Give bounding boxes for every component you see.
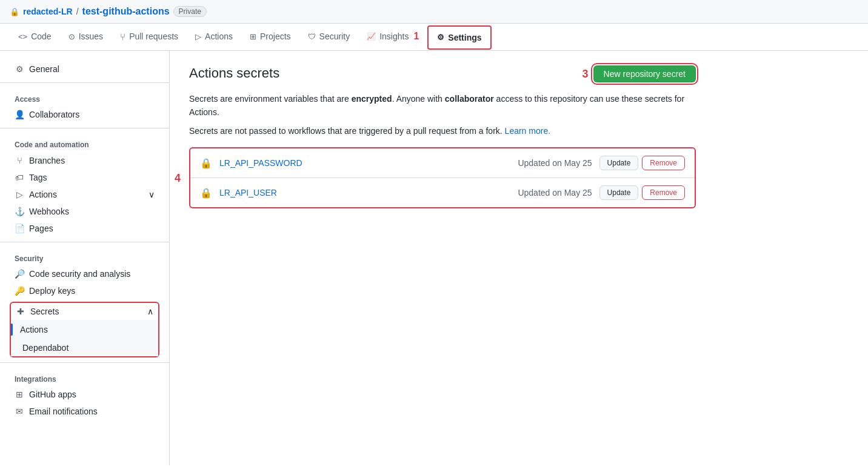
repo-name-link[interactable]: test-github-actions bbox=[82, 6, 170, 17]
repo-header: 🔒 redacted-LR / test-github-actions Priv… bbox=[0, 0, 868, 24]
tab-issues[interactable]: ⊙ Issues bbox=[60, 24, 112, 50]
tab-pr-label: Pull requests bbox=[129, 32, 178, 41]
sidebar-collaborators-label: Collaborators bbox=[29, 110, 79, 119]
description-line1: Secrets are environment variables that a… bbox=[189, 92, 696, 119]
remove-button-2[interactable]: Remove bbox=[642, 185, 685, 200]
sidebar-divider-1 bbox=[0, 82, 169, 83]
pages-icon: 📄 bbox=[15, 224, 24, 233]
sidebar-item-branches[interactable]: ⑂ Branches bbox=[0, 151, 169, 169]
sidebar-code-security-label: Code security and analysis bbox=[29, 269, 130, 279]
lock-icon: 🔒 bbox=[10, 7, 19, 16]
sidebar-secrets-header[interactable]: ✚ Secrets ∧ bbox=[11, 303, 158, 320]
sidebar-item-github-apps[interactable]: ⊞ GitHub apps bbox=[0, 386, 169, 403]
secret-row-lr-api-user: 🔒 LR_API_USER Updated on May 25 Update R… bbox=[190, 178, 695, 207]
sidebar-github-apps-label: GitHub apps bbox=[29, 390, 76, 399]
actions-sidebar-icon: ▷ bbox=[15, 190, 24, 199]
sidebar-secrets-label: Secrets bbox=[30, 307, 59, 316]
secrets-icon: ✚ bbox=[16, 307, 25, 316]
tab-nav: <> Code ⊙ Issues ⑂ Pull requests ▷ Actio… bbox=[0, 24, 868, 51]
sidebar-secrets-section: ✚ Secrets ∧ Actions Dependabot bbox=[10, 302, 159, 357]
org-name-link[interactable]: redacted-LR bbox=[23, 7, 73, 16]
code-icon: <> bbox=[18, 32, 27, 41]
visibility-badge: Private bbox=[173, 6, 207, 17]
annotation-4: 4 bbox=[175, 171, 181, 184]
sidebar-integrations-section: Integrations bbox=[0, 368, 169, 386]
tab-insights-label: Insights bbox=[379, 32, 409, 41]
sidebar-tags-label: Tags bbox=[29, 173, 47, 182]
tab-security[interactable]: 🛡 Security bbox=[299, 24, 359, 50]
sidebar-divider-3 bbox=[0, 242, 169, 242]
tags-icon: 🏷 bbox=[15, 173, 24, 182]
secret-name-2: LR_API_USER bbox=[219, 188, 518, 198]
sidebar-secrets-actions-label: Actions bbox=[20, 325, 48, 334]
tab-security-label: Security bbox=[319, 32, 350, 41]
tab-pull-requests[interactable]: ⑂ Pull requests bbox=[112, 24, 187, 50]
sidebar-divider-2 bbox=[0, 128, 169, 128]
tab-settings[interactable]: ⚙ Settings bbox=[427, 25, 491, 50]
sidebar: ⚙ General Access 👤 Collaborators Code an… bbox=[0, 51, 170, 465]
sidebar-item-deploy-keys[interactable]: 🔑 Deploy keys bbox=[0, 282, 169, 299]
sidebar-access-section: Access bbox=[0, 88, 169, 106]
sidebar-item-tags[interactable]: 🏷 Tags bbox=[0, 169, 169, 186]
sidebar-item-code-security[interactable]: 🔎 Code security and analysis bbox=[0, 265, 169, 282]
annotation-1: 1 bbox=[413, 31, 419, 42]
tab-projects-label: Projects bbox=[260, 32, 291, 41]
code-security-icon: 🔎 bbox=[15, 269, 24, 279]
sidebar-item-email-notifications[interactable]: ✉ Email notifications bbox=[0, 403, 169, 420]
secrets-list: 🔒 LR_API_PASSWORD Updated on May 25 Upda… bbox=[189, 147, 696, 208]
sidebar-code-automation-section: Code and automation bbox=[0, 133, 169, 151]
sidebar-general-label: General bbox=[29, 64, 59, 74]
sidebar-dependabot-label: Dependabot bbox=[22, 343, 68, 353]
main-layout: ⚙ General Access 👤 Collaborators Code an… bbox=[0, 51, 868, 465]
learn-more-link[interactable]: Learn more. bbox=[505, 126, 550, 136]
general-icon: ⚙ bbox=[15, 64, 24, 74]
tab-code[interactable]: <> Code bbox=[10, 24, 60, 50]
description-line2: Secrets are not passed to workflows that… bbox=[189, 124, 696, 138]
branches-icon: ⑂ bbox=[15, 155, 24, 165]
sidebar-item-general[interactable]: ⚙ General bbox=[0, 61, 169, 78]
secret-updated-2: Updated on May 25 bbox=[518, 188, 592, 198]
sidebar-secrets-actions[interactable]: Actions bbox=[11, 320, 158, 339]
insights-icon: 📈 bbox=[367, 32, 376, 41]
content-header: Actions secrets 3 New repository secret bbox=[189, 65, 696, 82]
content-area: Actions secrets 3 New repository secret … bbox=[170, 51, 715, 465]
actions-icon: ▷ bbox=[195, 32, 201, 41]
chevron-down-icon: ∨ bbox=[149, 190, 155, 199]
sidebar-item-webhooks[interactable]: ⚓ Webhooks bbox=[0, 203, 169, 220]
deploy-keys-icon: 🔑 bbox=[15, 286, 24, 296]
sidebar-secrets-dependabot[interactable]: Dependabot bbox=[11, 339, 158, 356]
tab-code-label: Code bbox=[31, 32, 51, 41]
new-repository-secret-button[interactable]: New repository secret bbox=[593, 65, 696, 82]
sidebar-webhooks-label: Webhooks bbox=[29, 207, 69, 216]
tab-actions-label: Actions bbox=[205, 32, 233, 41]
separator: / bbox=[76, 7, 79, 16]
secret-lock-icon-2: 🔒 bbox=[200, 187, 212, 199]
secret-name-1: LR_API_PASSWORD bbox=[219, 158, 518, 168]
projects-icon: ⊞ bbox=[250, 32, 256, 41]
settings-icon: ⚙ bbox=[437, 33, 444, 42]
tab-projects[interactable]: ⊞ Projects bbox=[241, 24, 299, 50]
page-title: Actions secrets bbox=[189, 65, 279, 81]
tab-insights[interactable]: 📈 Insights 1 bbox=[358, 24, 427, 50]
remove-button-1[interactable]: Remove bbox=[642, 156, 685, 170]
secret-row-lr-api-password: 🔒 LR_API_PASSWORD Updated on May 25 Upda… bbox=[190, 148, 695, 178]
tab-issues-label: Issues bbox=[79, 32, 103, 41]
issues-icon: ⊙ bbox=[68, 32, 75, 41]
annotation-3: 3 bbox=[583, 68, 589, 81]
tab-actions[interactable]: ▷ Actions bbox=[187, 24, 241, 50]
chevron-up-icon: ∧ bbox=[147, 307, 153, 316]
sidebar-item-collaborators[interactable]: 👤 Collaborators bbox=[0, 106, 169, 123]
active-indicator bbox=[11, 324, 13, 336]
update-button-1[interactable]: Update bbox=[599, 156, 639, 170]
security-icon: 🛡 bbox=[308, 32, 316, 41]
collaborators-icon: 👤 bbox=[15, 110, 24, 119]
sidebar-item-pages[interactable]: 📄 Pages bbox=[0, 220, 169, 237]
sidebar-divider-4 bbox=[0, 362, 169, 363]
sidebar-actions-label: Actions bbox=[29, 190, 57, 199]
update-button-2[interactable]: Update bbox=[599, 185, 639, 200]
sidebar-pages-label: Pages bbox=[29, 224, 53, 233]
sidebar-item-actions[interactable]: ▷ Actions ∨ bbox=[0, 186, 169, 203]
sidebar-deploy-keys-label: Deploy keys bbox=[29, 286, 75, 296]
secret-lock-icon-1: 🔒 bbox=[200, 158, 212, 169]
sidebar-security-section: Security bbox=[0, 247, 169, 265]
